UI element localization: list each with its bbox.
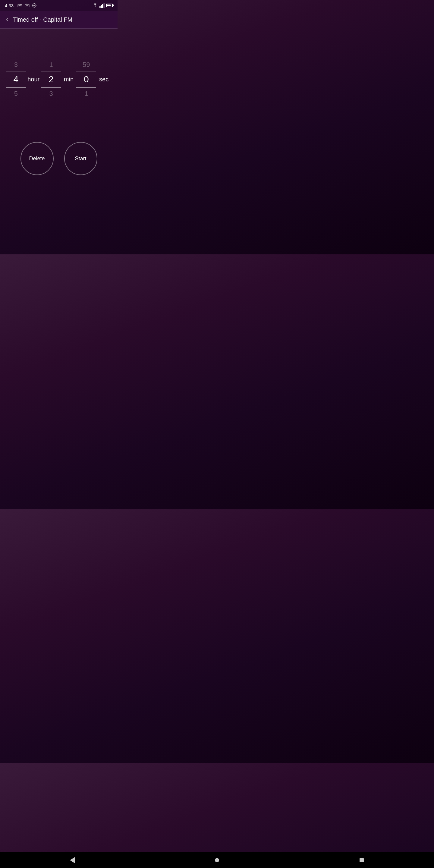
hour-selected[interactable]: 4	[6, 71, 26, 88]
sec-above: 59	[83, 59, 90, 71]
sec-label: sec	[99, 71, 108, 88]
header: ‹ Timed off - Capital FM	[0, 11, 118, 29]
svg-rect-0	[18, 4, 22, 7]
svg-rect-11	[99, 6, 101, 8]
sec-picker-column[interactable]: 59 0 1	[76, 59, 96, 100]
radio-icon-2	[24, 3, 30, 8]
hour-label-column: hour	[26, 59, 41, 100]
svg-rect-12	[101, 5, 102, 8]
min-below: 3	[49, 88, 53, 100]
status-time: 4:33	[5, 3, 13, 8]
radio-icon-1	[17, 3, 23, 8]
hour-picker-column[interactable]: 3 4 5	[6, 59, 26, 100]
status-icons-right	[92, 3, 113, 8]
page-title: Timed off - Capital FM	[13, 16, 72, 23]
time-picker[interactable]: 3 4 5 hour 1 2 3 min 59 0 1	[6, 59, 112, 100]
main-content: 3 4 5 hour 1 2 3 min 59 0 1	[0, 29, 118, 181]
svg-point-1	[19, 5, 20, 6]
battery-icon	[106, 4, 113, 7]
svg-point-7	[27, 5, 27, 6]
status-icons-left	[17, 3, 37, 8]
sec-label-column: sec	[96, 59, 112, 100]
signal-icon	[99, 3, 105, 8]
sec-below: 1	[84, 88, 88, 100]
hour-label: hour	[27, 71, 39, 88]
delete-button[interactable]: Delete	[21, 142, 54, 175]
min-label-column: min	[61, 59, 76, 100]
action-buttons: Delete Start	[6, 142, 112, 175]
wifi-icon	[92, 3, 98, 8]
back-button[interactable]: ‹	[5, 14, 9, 25]
no-disturb-icon	[32, 3, 37, 8]
hour-above: 3	[14, 59, 18, 71]
min-picker-column[interactable]: 1 2 3	[41, 59, 61, 100]
sec-selected[interactable]: 0	[76, 71, 96, 88]
min-selected[interactable]: 2	[41, 71, 61, 88]
min-above: 1	[49, 59, 53, 71]
hour-below: 5	[14, 88, 18, 100]
min-label: min	[64, 71, 73, 88]
svg-rect-14	[103, 3, 104, 8]
svg-rect-13	[102, 4, 103, 8]
start-button[interactable]: Start	[64, 142, 97, 175]
status-bar: 4:33	[0, 0, 118, 11]
